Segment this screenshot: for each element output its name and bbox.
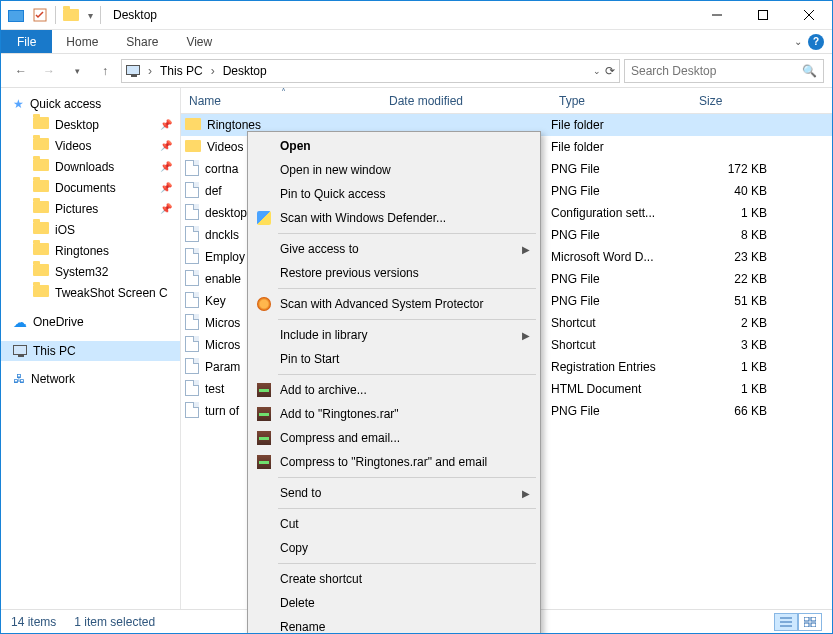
navigation-pane: ★ Quick access Desktop📌Videos📌Downloads📌… [1, 88, 181, 609]
search-input[interactable] [631, 64, 802, 78]
search-icon[interactable]: 🔍 [802, 64, 817, 78]
menu-item[interactable]: Restore previous versions [250, 261, 538, 285]
chevron-right-icon[interactable]: › [144, 64, 156, 78]
menu-item-label: Pin to Quick access [280, 187, 385, 201]
file-size: 23 KB [691, 250, 773, 264]
menu-item-label: Send to [280, 486, 321, 500]
menu-item-label: Cut [280, 517, 299, 531]
menu-item-label: Create shortcut [280, 572, 362, 586]
archive-icon [256, 430, 272, 446]
column-type[interactable]: Type [551, 88, 691, 113]
menu-item[interactable]: Compress and email... [250, 426, 538, 450]
folder-icon [185, 140, 201, 155]
breadcrumb-root[interactable]: This PC [160, 64, 203, 78]
sidebar-item[interactable]: Videos📌 [1, 135, 180, 156]
menu-separator [278, 477, 536, 478]
search-box[interactable]: 🔍 [624, 59, 824, 83]
menu-item[interactable]: Give access to▶ [250, 237, 538, 261]
svg-rect-12 [804, 623, 809, 627]
quick-access-toolbar: ▾ [1, 4, 107, 26]
menu-item[interactable]: Delete [250, 591, 538, 615]
menu-item[interactable]: Copy [250, 536, 538, 560]
svg-rect-13 [811, 623, 816, 627]
menu-item-label: Copy [280, 541, 308, 555]
menu-item[interactable]: Include in library▶ [250, 323, 538, 347]
help-icon[interactable]: ? [808, 34, 824, 50]
column-size[interactable]: Size [691, 88, 781, 113]
menu-item[interactable]: Cut [250, 512, 538, 536]
quick-access-header[interactable]: ★ Quick access [1, 94, 180, 114]
svg-rect-10 [804, 617, 809, 621]
quick-access-label: Quick access [30, 97, 101, 111]
details-view-button[interactable] [774, 613, 798, 631]
menu-item[interactable]: Pin to Quick access [250, 182, 538, 206]
minimize-button[interactable] [694, 1, 740, 30]
maximize-button[interactable] [740, 1, 786, 30]
pin-icon: 📌 [160, 119, 172, 130]
menu-item[interactable]: Send to▶ [250, 481, 538, 505]
file-name: test [205, 382, 224, 396]
sidebar-item[interactable]: Desktop📌 [1, 114, 180, 135]
file-type: PNG File [551, 294, 691, 308]
file-type: File folder [551, 140, 691, 154]
file-tab[interactable]: File [1, 30, 52, 53]
svg-rect-1 [9, 11, 23, 21]
qat-dropdown-icon[interactable]: ▾ [84, 4, 96, 26]
menu-item[interactable]: Pin to Start [250, 347, 538, 371]
sidebar-item[interactable]: TweakShot Screen C [1, 282, 180, 303]
menu-item[interactable]: Open in new window [250, 158, 538, 182]
breadcrumb-current[interactable]: Desktop [223, 64, 267, 78]
menu-item-label: Scan with Windows Defender... [280, 211, 446, 225]
sidebar-item[interactable]: Ringtones [1, 240, 180, 261]
menu-item[interactable]: Create shortcut [250, 567, 538, 591]
menu-item-label: Open [280, 139, 311, 153]
this-pc-item[interactable]: This PC [1, 341, 180, 361]
sidebar-item[interactable]: Downloads📌 [1, 156, 180, 177]
menu-item[interactable]: Rename [250, 615, 538, 634]
up-button[interactable]: ↑ [93, 59, 117, 83]
menu-item[interactable]: Open [250, 134, 538, 158]
file-size: 172 KB [691, 162, 773, 176]
refresh-icon[interactable]: ⟳ [605, 64, 615, 78]
icons-view-button[interactable] [798, 613, 822, 631]
menu-item[interactable]: Scan with Windows Defender... [250, 206, 538, 230]
sidebar-item-label: Pictures [55, 202, 98, 216]
tab-home[interactable]: Home [52, 30, 112, 53]
file-icon [185, 248, 199, 267]
chevron-right-icon[interactable]: › [207, 64, 219, 78]
file-name: dnckls [205, 228, 239, 242]
back-button[interactable]: ← [9, 59, 33, 83]
file-icon [185, 314, 199, 333]
file-icon [185, 292, 199, 311]
file-size: 3 KB [691, 338, 773, 352]
network-item[interactable]: 🖧 Network [1, 369, 180, 389]
chevron-right-icon: ▶ [522, 330, 530, 341]
menu-item[interactable]: Scan with Advanced System Protector [250, 292, 538, 316]
address-dropdown-icon[interactable]: ⌄ [593, 66, 601, 76]
folder-icon [185, 118, 201, 133]
forward-button[interactable]: → [37, 59, 61, 83]
recent-dropdown[interactable]: ▾ [65, 59, 89, 83]
tab-share[interactable]: Share [112, 30, 172, 53]
close-button[interactable] [786, 1, 832, 30]
file-icon [185, 358, 199, 377]
properties-icon[interactable] [29, 4, 51, 26]
file-size: 1 KB [691, 206, 773, 220]
ribbon-expand-icon[interactable]: ⌄ [794, 36, 802, 47]
file-name: Ringtones [207, 118, 261, 132]
column-name[interactable]: Name˄ [181, 88, 381, 113]
menu-item[interactable]: Add to "Ringtones.rar" [250, 402, 538, 426]
sidebar-item[interactable]: iOS [1, 219, 180, 240]
file-name: cortna [205, 162, 238, 176]
file-type: PNG File [551, 228, 691, 242]
menu-item[interactable]: Add to archive... [250, 378, 538, 402]
column-date[interactable]: Date modified [381, 88, 551, 113]
sidebar-item[interactable]: Documents📌 [1, 177, 180, 198]
menu-item[interactable]: Compress to "Ringtones.rar" and email [250, 450, 538, 474]
onedrive-item[interactable]: ☁ OneDrive [1, 311, 180, 333]
menu-item-label: Restore previous versions [280, 266, 419, 280]
sidebar-item[interactable]: System32 [1, 261, 180, 282]
tab-view[interactable]: View [172, 30, 226, 53]
address-box[interactable]: › This PC › Desktop ⌄ ⟳ [121, 59, 620, 83]
sidebar-item[interactable]: Pictures📌 [1, 198, 180, 219]
